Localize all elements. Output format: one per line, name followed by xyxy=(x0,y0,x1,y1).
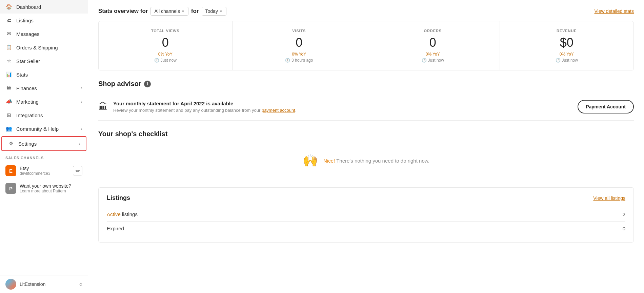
pattern-sub: Learn more about Pattern xyxy=(20,189,82,193)
etsy-name: Etsy xyxy=(20,166,69,171)
stats-overview-header: Stats overview for All channels ▼ for To… xyxy=(98,7,634,16)
checklist-empty-message: Nice! There's nothing you need to do rig… xyxy=(323,158,429,164)
sidebar-item-listings[interactable]: 🏷 Listings xyxy=(0,14,88,27)
channel-dropdown[interactable]: All channels ▼ xyxy=(150,7,188,16)
for-label: for xyxy=(191,8,199,15)
period-dropdown-value: Today xyxy=(205,8,218,14)
clock-icon: 🕐 xyxy=(556,58,561,63)
sidebar-label-integrations: Integrations xyxy=(16,112,43,118)
revenue-time-text: Just now xyxy=(562,58,578,63)
total-views-label: TOTAL VIEWS xyxy=(105,29,225,33)
pattern-channel[interactable]: P Want your own website? Learn more abou… xyxy=(0,180,88,197)
view-all-listings-link[interactable]: View all listings xyxy=(593,195,625,201)
expired-listings-label: Expired xyxy=(107,226,124,231)
total-views-value: 0 xyxy=(105,36,225,50)
collapse-sidebar-button[interactable]: « xyxy=(79,281,82,287)
sidebar-item-integrations[interactable]: ⊞ Integrations xyxy=(0,108,88,122)
sidebar-item-messages[interactable]: ✉ Messages xyxy=(0,27,88,41)
lit-extension-label: LitExtension xyxy=(20,281,76,287)
clock-icon: 🕐 xyxy=(422,58,427,63)
payment-account-button[interactable]: Payment Account xyxy=(578,100,634,113)
celebration-hands-icon: 🙌 xyxy=(303,153,318,168)
lit-extension-logo xyxy=(5,279,16,290)
total-views-time-text: Just now xyxy=(161,58,177,63)
sidebar-item-stats[interactable]: 📊 Stats xyxy=(0,68,88,81)
clock-icon: 🕐 xyxy=(285,58,290,63)
etsy-edit-button[interactable]: ✏ xyxy=(73,166,82,175)
sidebar-item-orders[interactable]: 📋 Orders & Shipping xyxy=(0,41,88,54)
main-content: Stats overview for All channels ▼ for To… xyxy=(88,0,644,293)
sidebar-label-community: Community & Help xyxy=(16,126,59,132)
chevron-right-icon: › xyxy=(81,126,82,131)
active-highlight: Active xyxy=(107,211,121,217)
sidebar-item-community[interactable]: 👥 Community & Help › xyxy=(0,122,88,135)
stats-overview-title: Stats overview for xyxy=(98,8,148,15)
sidebar-item-settings[interactable]: ⚙ Settings › xyxy=(1,136,86,151)
shop-advisor-title: Shop advisor 1 xyxy=(98,80,634,88)
clock-icon: 🕐 xyxy=(154,58,159,63)
megaphone-icon: 📣 xyxy=(5,98,12,105)
stat-card-revenue: REVENUE $0 0% YoY 🕐 Just now xyxy=(500,21,634,70)
sidebar-footer[interactable]: LitExtension « xyxy=(0,275,88,293)
payment-account-link[interactable]: payment account xyxy=(262,108,295,113)
clipboard-icon: 📋 xyxy=(5,44,12,51)
channel-dropdown-caret: ▼ xyxy=(181,9,185,13)
sidebar: 🏠 Dashboard 🏷 Listings ✉ Messages 📋 Orde… xyxy=(0,0,88,293)
sidebar-item-star-seller[interactable]: ☆ Star Seller xyxy=(0,54,88,68)
sidebar-item-dashboard[interactable]: 🏠 Dashboard xyxy=(0,0,88,14)
etsy-sub: devlitcommerce3 xyxy=(20,171,69,176)
visits-time: 🕐 3 hours ago xyxy=(239,58,359,63)
checklist-section: Your shop's checklist 🙌 Nice! There's no… xyxy=(98,130,634,178)
listings-section: Listings View all listings Active listin… xyxy=(98,187,634,243)
sidebar-label-messages: Messages xyxy=(16,31,39,37)
gear-icon: ⚙ xyxy=(7,140,14,147)
channel-dropdown-value: All channels xyxy=(154,8,180,14)
listing-row-active: Active listings 2 xyxy=(107,207,625,221)
advisor-card: 🏛 Your monthly statement for April 2022 … xyxy=(98,93,634,121)
home-icon: 🏠 xyxy=(5,3,12,10)
shop-advisor-badge: 1 xyxy=(144,81,151,87)
people-icon: 👥 xyxy=(5,125,12,132)
sidebar-label-star-seller: Star Seller xyxy=(16,58,40,64)
listing-row-expired: Expired 0 xyxy=(107,221,625,235)
orders-yoy[interactable]: 0% YoY xyxy=(373,52,493,57)
total-views-yoy[interactable]: 0% YoY xyxy=(105,52,225,57)
sidebar-label-orders: Orders & Shipping xyxy=(16,45,58,50)
total-views-time: 🕐 Just now xyxy=(105,58,225,63)
listings-header: Listings View all listings xyxy=(107,194,625,202)
sidebar-nav: 🏠 Dashboard 🏷 Listings ✉ Messages 📋 Orde… xyxy=(0,0,88,152)
sidebar-label-settings: Settings xyxy=(18,141,37,147)
view-detailed-stats-link[interactable]: View detailed stats xyxy=(595,8,634,14)
active-listings-label: Active listings xyxy=(107,211,138,217)
visits-value: 0 xyxy=(239,36,359,50)
stat-card-visits: VISITS 0 0% YoY 🕐 3 hours ago xyxy=(233,21,366,70)
sidebar-item-marketing[interactable]: 📣 Marketing › xyxy=(0,95,88,108)
chevron-right-icon: › xyxy=(81,86,82,90)
tag-icon: 🏷 xyxy=(5,17,12,24)
visits-yoy[interactable]: 0% YoY xyxy=(239,52,359,57)
revenue-time: 🕐 Just now xyxy=(507,58,627,63)
sidebar-item-finances[interactable]: 🏛 Finances › xyxy=(0,81,88,95)
visits-label: VISITS xyxy=(239,29,359,33)
listings-title: Listings xyxy=(107,194,130,202)
pattern-info: Want your own website? Learn more about … xyxy=(20,183,82,193)
stat-card-total-views: TOTAL VIEWS 0 0% YoY 🕐 Just now xyxy=(99,21,233,70)
checklist-title: Your shop's checklist xyxy=(98,130,634,138)
revenue-value: $0 xyxy=(507,36,627,50)
revenue-yoy[interactable]: 0% YoY xyxy=(507,52,627,57)
etsy-channel[interactable]: E Etsy devlitcommerce3 ✏ xyxy=(0,162,88,180)
advisor-description: Review your monthly statement and pay an… xyxy=(113,108,572,113)
sidebar-label-finances: Finances xyxy=(16,85,37,91)
sales-channels-header: SALES CHANNELS xyxy=(0,152,88,162)
sidebar-label-listings: Listings xyxy=(16,18,34,23)
bar-chart-icon: 📊 xyxy=(5,71,12,78)
pattern-name: Want your own website? xyxy=(20,183,82,189)
orders-value: 0 xyxy=(373,36,493,50)
orders-label: ORDERS xyxy=(373,29,493,33)
period-dropdown[interactable]: Today ▼ xyxy=(202,7,226,16)
advisor-heading: Your monthly statement for April 2022 is… xyxy=(113,101,572,106)
orders-time-text: Just now xyxy=(428,58,444,63)
active-listings-count: 2 xyxy=(623,211,625,217)
checklist-empty: 🙌 Nice! There's nothing you need to do r… xyxy=(98,143,634,178)
advisor-text: Your monthly statement for April 2022 is… xyxy=(113,101,572,113)
